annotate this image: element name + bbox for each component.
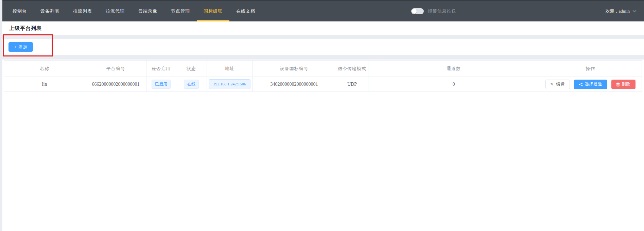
cell-channel-count: 0 xyxy=(368,77,539,92)
delete-button-label: 删除 xyxy=(622,81,631,87)
top-nav: 控制台 设备列表 推流列表 拉流代理 云端录像 节点管理 国标级联 在线文档 报… xyxy=(2,1,644,21)
cell-actions: ✎ 编辑 xyxy=(539,77,642,92)
alarm-push-control: 报警信息推送 xyxy=(411,1,456,21)
nav-spacer-right xyxy=(456,1,606,21)
toggle-knob-icon xyxy=(412,9,417,14)
select-channel-button[interactable]: 选择通道 xyxy=(574,80,607,89)
tab-cloud-record[interactable]: 云端录像 xyxy=(132,1,164,21)
section-gap xyxy=(2,35,644,39)
cell-name: lin xyxy=(4,77,85,92)
edit-button-label: 编辑 xyxy=(556,81,565,87)
table-header-row: 名称 平台编号 是否启用 状态 地址 设备国标编号 信令传输模式 通道数 操作 xyxy=(4,61,642,77)
status-badge: 在线 xyxy=(184,80,199,89)
add-button-label: 添加 xyxy=(19,44,28,50)
welcome-text: 欢迎，admin xyxy=(606,8,630,14)
alarm-push-label: 报警信息推送 xyxy=(428,8,456,14)
page-title: 上级平台列表 xyxy=(9,25,42,32)
add-button[interactable]: + 添加 xyxy=(8,42,33,52)
tab-console[interactable]: 控制台 xyxy=(6,1,34,21)
col-header-device-gb-id: 设备国标编号 xyxy=(253,61,336,77)
col-header-address: 地址 xyxy=(207,61,253,77)
nav-spacer-left xyxy=(262,1,411,21)
cell-enabled: 已启用 xyxy=(146,77,176,92)
alarm-push-toggle[interactable] xyxy=(411,8,424,14)
app-window: 控制台 设备列表 推流列表 拉流代理 云端录像 节点管理 国标级联 在线文档 报… xyxy=(2,0,644,231)
table-row: lin 66620000002000000001 已启用 在线 192.168.… xyxy=(4,77,642,92)
col-header-channel-count: 通道数 xyxy=(368,61,539,77)
nav-tab-list: 控制台 设备列表 推流列表 拉流代理 云端录像 节点管理 国标级联 在线文档 xyxy=(2,1,262,21)
table-section: 名称 平台编号 是否启用 状态 地址 设备国标编号 信令传输模式 通道数 操作 … xyxy=(2,60,644,231)
delete-button[interactable]: 删除 xyxy=(611,80,636,89)
col-header-platform-id: 平台编号 xyxy=(85,61,146,77)
section-gap xyxy=(2,55,644,60)
platform-table: 名称 平台编号 是否启用 状态 地址 设备国标编号 信令传输模式 通道数 操作 … xyxy=(4,60,642,92)
cell-transport: UDP xyxy=(336,77,368,92)
select-channel-label: 选择通道 xyxy=(585,81,603,87)
col-header-name: 名称 xyxy=(4,61,85,77)
chevron-down-icon xyxy=(632,10,637,13)
address-tag[interactable]: 192.168.1.242:1506 xyxy=(209,79,250,89)
trash-icon xyxy=(616,82,620,86)
tab-device-list[interactable]: 设备列表 xyxy=(34,1,66,21)
tab-pull-proxy[interactable]: 拉流代理 xyxy=(99,1,132,21)
col-header-actions: 操作 xyxy=(539,61,642,77)
col-header-transport: 信令传输模式 xyxy=(336,61,368,77)
user-menu[interactable]: 欢迎，admin xyxy=(606,1,644,21)
tab-gb-cascade[interactable]: 国标级联 xyxy=(197,1,229,21)
cell-platform-id: 66620000002000000001 xyxy=(85,77,146,92)
edit-pencil-icon: ✎ xyxy=(550,82,554,87)
share-icon xyxy=(579,82,583,86)
tab-node-manage[interactable]: 节点管理 xyxy=(164,1,197,21)
tab-online-docs[interactable]: 在线文档 xyxy=(229,1,262,21)
cell-address: 192.168.1.242:1506 xyxy=(207,77,253,92)
edit-button[interactable]: ✎ 编辑 xyxy=(545,80,570,89)
col-header-enabled: 是否启用 xyxy=(146,61,176,77)
cell-device-gb-id: 34020000002000000001 xyxy=(253,77,336,92)
toolbar-section: + 添加 xyxy=(2,39,644,55)
col-header-status: 状态 xyxy=(176,61,207,77)
cell-status: 在线 xyxy=(176,77,207,92)
enabled-badge: 已启用 xyxy=(152,80,171,89)
title-bar: 上级平台列表 xyxy=(2,21,644,35)
tab-push-list[interactable]: 推流列表 xyxy=(66,1,99,21)
plus-icon: + xyxy=(14,45,17,50)
